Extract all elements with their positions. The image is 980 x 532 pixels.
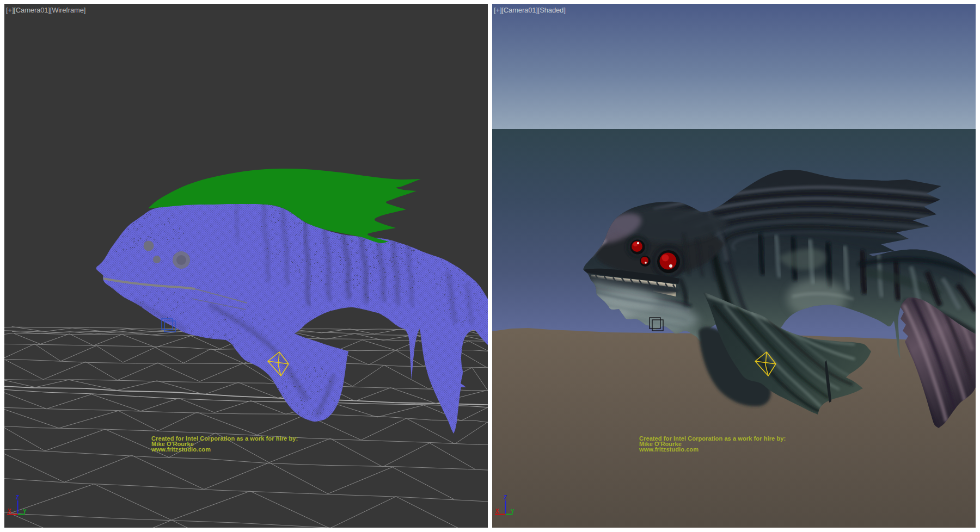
svg-text:www.fritzstudio.com: www.fritzstudio.com — [639, 446, 699, 453]
svg-text:Z: Z — [16, 494, 19, 500]
svg-text:Z: Z — [504, 494, 507, 500]
svg-text:X: X — [495, 508, 499, 514]
svg-text:Y: Y — [511, 509, 514, 515]
svg-text:X: X — [8, 508, 11, 514]
svg-text:www.fritzstudio.com: www.fritzstudio.com — [151, 446, 211, 453]
svg-text:Y: Y — [23, 509, 27, 515]
